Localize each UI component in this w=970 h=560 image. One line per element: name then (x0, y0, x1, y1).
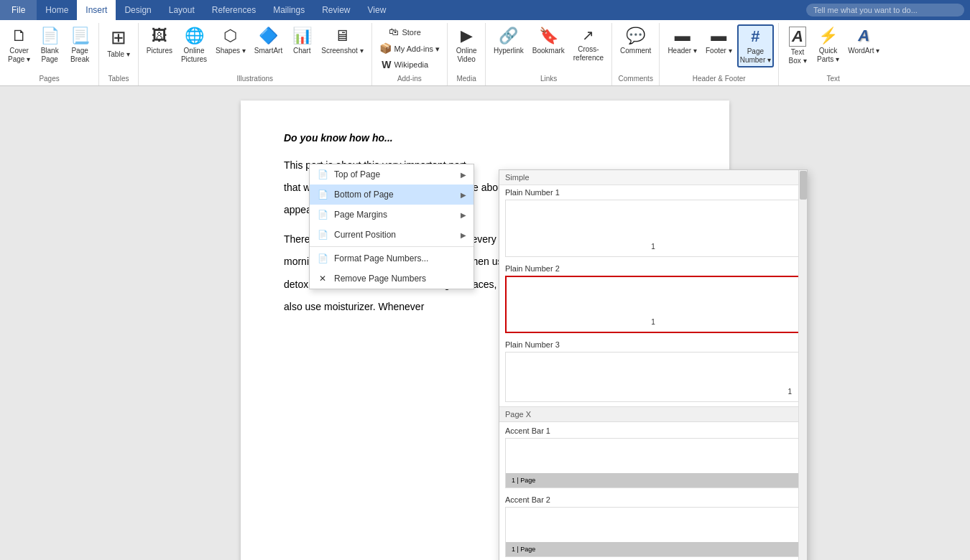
shapes-icon: ⬡ (223, 27, 237, 45)
para-1-left: Do you know ho (284, 132, 361, 144)
ribbon-group-header-footer: ▬ Header ▾ ▬ Footer ▾ # PageNumber ▾ Hea… (660, 23, 779, 85)
text-box-button[interactable]: A TextBox ▾ (783, 24, 812, 67)
comments-group-label: Comments (619, 73, 653, 84)
plain-number-2-preview[interactable]: 1 (505, 276, 801, 333)
dropdown-panel: Simple Plain Number 1 1 Plain Number 2 1… (499, 169, 808, 560)
accent-bar-1-label: Accent Bar 1 (499, 424, 807, 438)
submenu-bottom-of-page[interactable]: 📄 Bottom of Page ▶ (310, 185, 474, 205)
pictures-button[interactable]: 🖼 Pictures (143, 24, 176, 57)
pictures-icon: 🖼 (152, 27, 167, 45)
cover-page-button[interactable]: 🗋 CoverPage ▾ (4, 24, 34, 66)
plain-number-3-preview[interactable]: 1 (505, 352, 801, 402)
plain-number-2-label: Plain Number 2 (499, 261, 807, 276)
online-video-icon: ▶ (461, 27, 473, 45)
comment-button[interactable]: 💬 Comment (616, 24, 655, 57)
main-area: Do you know how ho... This part is about… (0, 86, 970, 560)
search-input[interactable] (806, 4, 964, 17)
header-footer-group-label: Header & Footer (693, 73, 746, 84)
online-pictures-button[interactable]: 🌐 OnlinePictures (177, 24, 211, 66)
submenu-current-position[interactable]: 📄 Current Position ▶ (310, 225, 474, 245)
tab-mailings[interactable]: Mailings (264, 0, 313, 20)
wordart-button[interactable]: A WordArt ▾ (844, 24, 883, 57)
scrollbar-thumb[interactable] (800, 171, 807, 200)
smartart-button[interactable]: 🔷 SmartArt (251, 24, 286, 57)
ribbon-group-pages: 🗋 CoverPage ▾ 📄 BlankPage 📃 PageBreak Pa… (0, 23, 99, 85)
format-page-numbers-icon: 📄 (317, 253, 328, 264)
scrollbar-track[interactable] (798, 170, 807, 560)
current-position-icon: 📄 (317, 229, 328, 241)
accent-bar-1-preview[interactable]: 1 | Page (505, 438, 801, 488)
tables-group-label: Tables (108, 73, 129, 84)
screenshot-button[interactable]: 🖥 Screenshot ▾ (318, 24, 366, 57)
text-box-icon: A (789, 27, 806, 47)
ribbon-group-text: A TextBox ▾ ⚡ QuickParts ▾ A WordArt ▾ T… (779, 23, 887, 85)
tab-file[interactable]: File (0, 0, 37, 20)
tab-insert[interactable]: Insert (77, 0, 116, 20)
cover-page-icon: 🗋 (11, 27, 27, 45)
plain-number-3-label: Plain Number 3 (499, 337, 807, 352)
ribbon-container: File Home Insert Design Layout Reference… (0, 0, 970, 86)
submenu: 📄 Top of Page ▶ 📄 Bottom of Page ▶ 📄 Pag… (309, 164, 474, 289)
store-icon: 🛍 (389, 26, 399, 38)
hyperlink-button[interactable]: 🔗 Hyperlink (490, 24, 527, 57)
submenu-top-of-page[interactable]: 📄 Top of Page ▶ (310, 164, 474, 185)
chart-icon: 📊 (292, 27, 312, 45)
header-button[interactable]: ▬ Header ▾ (664, 24, 701, 57)
online-video-button[interactable]: ▶ OnlineVideo (452, 24, 481, 66)
online-pictures-icon: 🌐 (185, 27, 204, 45)
cross-reference-button[interactable]: ↗ Cross-reference (570, 24, 607, 65)
para-8: also use moisturiz (284, 301, 364, 312)
header-icon: ▬ (675, 27, 690, 45)
plain-number-1-value: 1 (651, 243, 655, 251)
page-number-button[interactable]: # PageNumber ▾ (737, 24, 774, 67)
table-icon: ⊞ (111, 27, 126, 49)
ribbon: 🗋 CoverPage ▾ 📄 BlankPage 📃 PageBreak Pa… (0, 20, 970, 86)
plain-number-2-value: 1 (651, 318, 655, 326)
ribbon-group-media: ▶ OnlineVideo Media (448, 23, 486, 85)
dropdown-section-simple: Simple (499, 170, 807, 185)
chart-button[interactable]: 📊 Chart (287, 24, 316, 57)
footer-icon: ▬ (711, 27, 726, 45)
submenu-format-page-numbers[interactable]: 📄 Format Page Numbers... (310, 248, 474, 269)
tab-bar: File Home Insert Design Layout Reference… (0, 0, 970, 20)
shapes-button[interactable]: ⬡ Shapes ▾ (212, 24, 249, 57)
accent-bar-1-bar: 1 | Page (506, 473, 800, 487)
links-group-label: Links (540, 73, 557, 84)
my-addins-button[interactable]: 📦 My Add-ins ▾ (377, 41, 443, 57)
top-of-page-arrow: ▶ (461, 171, 466, 179)
bookmark-button[interactable]: 🔖 Bookmark (529, 24, 568, 57)
smartart-icon: 🔷 (259, 27, 278, 45)
tab-references[interactable]: References (203, 0, 264, 20)
wikipedia-icon: W (382, 59, 391, 71)
pages-group-label: Pages (39, 73, 59, 84)
table-button[interactable]: ⊞ Table ▾ (103, 24, 134, 61)
ribbon-group-illustrations: 🖼 Pictures 🌐 OnlinePictures ⬡ Shapes ▾ 🔷… (139, 23, 372, 85)
page-break-button[interactable]: 📃 PageBreak (65, 24, 94, 66)
footer-button[interactable]: ▬ Footer ▾ (702, 24, 736, 57)
plain-number-3-value: 1 (787, 388, 792, 396)
tab-home[interactable]: Home (37, 0, 77, 20)
tab-design[interactable]: Design (116, 0, 160, 20)
plain-number-1-preview[interactable]: 1 (505, 200, 801, 257)
my-addins-icon: 📦 (379, 42, 392, 55)
submenu-remove-page-numbers[interactable]: ✕ Remove Page Numbers (310, 269, 474, 289)
tab-layout[interactable]: Layout (160, 0, 203, 20)
wordart-icon: A (858, 27, 869, 45)
page-number-icon: # (751, 27, 759, 46)
screenshot-icon: 🖥 (334, 27, 350, 45)
tab-view[interactable]: View (359, 0, 395, 20)
bottom-of-page-icon: 📄 (317, 189, 328, 200)
store-button[interactable]: 🛍 Store (377, 24, 434, 41)
tab-review[interactable]: Review (313, 0, 359, 20)
page-margins-arrow: ▶ (461, 211, 466, 219)
wikipedia-button[interactable]: W Wikipedia (377, 57, 434, 74)
accent-bar-2-bar: 1 | Page (506, 542, 800, 556)
accent-bar-2-preview[interactable]: 1 | Page (505, 507, 801, 557)
submenu-page-margins[interactable]: 📄 Page Margins ▶ (310, 205, 474, 225)
quick-parts-button[interactable]: ⚡ QuickParts ▾ (813, 24, 843, 66)
blank-page-button[interactable]: 📄 BlankPage (35, 24, 64, 66)
submenu-divider (310, 246, 474, 247)
current-position-arrow: ▶ (461, 231, 466, 239)
ribbon-group-tables: ⊞ Table ▾ Tables (99, 23, 139, 85)
page-break-icon: 📃 (70, 27, 90, 45)
